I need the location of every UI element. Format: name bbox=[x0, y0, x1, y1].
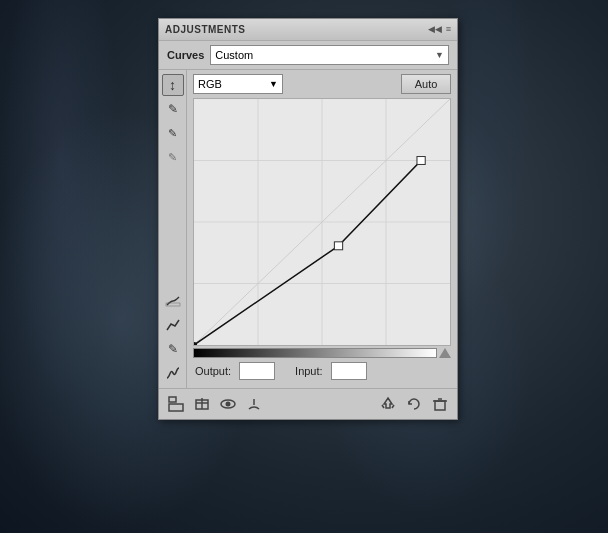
tool-smooth-btn[interactable] bbox=[162, 362, 184, 384]
auto-button[interactable]: Auto bbox=[401, 74, 451, 94]
preset-dropdown[interactable]: Custom ▼ bbox=[210, 45, 449, 65]
histogram-icon bbox=[165, 317, 181, 333]
tool-eyedropper1-btn[interactable]: ✎ bbox=[162, 98, 184, 120]
expand-icon bbox=[167, 395, 185, 413]
gradient-triangle[interactable] bbox=[439, 348, 451, 358]
titlebar-controls: ◀◀ ≡ bbox=[428, 25, 451, 34]
footer-recycle-btn[interactable] bbox=[377, 393, 399, 415]
smooth-icon bbox=[165, 365, 181, 381]
eyedropper3-icon: ✎ bbox=[168, 151, 177, 164]
footer-left bbox=[165, 393, 265, 415]
footer-visibility-btn[interactable] bbox=[243, 393, 265, 415]
footer-eyeball-btn[interactable] bbox=[217, 393, 239, 415]
eyedropper1-icon: ✎ bbox=[168, 102, 178, 116]
channel-arrow: ▼ bbox=[269, 79, 278, 89]
channel-row: RGB ▼ Auto bbox=[193, 74, 451, 94]
panel-footer bbox=[159, 388, 457, 419]
input-field[interactable] bbox=[331, 362, 367, 380]
footer-trash-btn[interactable] bbox=[429, 393, 451, 415]
panel-title: ADJUSTMENTS bbox=[165, 24, 246, 35]
tool-pencil-btn[interactable]: ✎ bbox=[162, 338, 184, 360]
preset-dropdown-arrow: ▼ bbox=[435, 50, 444, 60]
menu-icon[interactable]: ≡ bbox=[446, 25, 451, 34]
curve-container[interactable] bbox=[193, 98, 451, 346]
input-label: Input: bbox=[295, 365, 323, 377]
preset-value: Custom bbox=[215, 49, 253, 61]
curve-icon bbox=[165, 293, 181, 309]
footer-right bbox=[377, 393, 451, 415]
channel-dropdown[interactable]: RGB ▼ bbox=[193, 74, 283, 94]
visibility-icon bbox=[245, 395, 263, 413]
tool-eyedropper3-btn[interactable]: ✎ bbox=[162, 146, 184, 168]
footer-refresh-btn[interactable] bbox=[403, 393, 425, 415]
channel-label: RGB bbox=[198, 78, 222, 90]
output-label: Output: bbox=[195, 365, 231, 377]
minimize-icon[interactable]: ◀◀ bbox=[428, 25, 442, 34]
tool-histogram-btn[interactable] bbox=[162, 314, 184, 336]
svg-rect-12 bbox=[169, 404, 183, 411]
recycle-icon bbox=[379, 395, 397, 413]
svg-rect-11 bbox=[169, 397, 176, 402]
tool-select-btn[interactable]: ↕ bbox=[162, 74, 184, 96]
svg-rect-9 bbox=[417, 157, 425, 165]
svg-rect-19 bbox=[435, 401, 445, 410]
new-layer-icon bbox=[193, 395, 211, 413]
gradient-bar bbox=[193, 348, 437, 358]
output-input-row: Output: Input: bbox=[193, 358, 451, 384]
panel-titlebar: ADJUSTMENTS ◀◀ ≡ bbox=[159, 19, 457, 41]
output-field[interactable] bbox=[239, 362, 275, 380]
trash-icon bbox=[431, 395, 449, 413]
eyeball-icon bbox=[219, 395, 237, 413]
gradient-bar-row bbox=[193, 348, 451, 358]
svg-point-17 bbox=[226, 402, 231, 407]
adjustments-panel: ADJUSTMENTS ◀◀ ≡ Curves Custom ▼ ↕ ✎ ✎ ✎ bbox=[158, 18, 458, 420]
left-tools: ↕ ✎ ✎ ✎ bbox=[159, 70, 187, 388]
panel-body: ↕ ✎ ✎ ✎ bbox=[159, 70, 457, 388]
svg-rect-8 bbox=[334, 242, 342, 250]
select-icon: ↕ bbox=[169, 77, 176, 93]
curve-svg bbox=[194, 99, 450, 345]
eyedropper2-icon: ✎ bbox=[168, 127, 177, 140]
right-content: RGB ▼ Auto bbox=[187, 70, 457, 388]
footer-new-layer-btn[interactable] bbox=[191, 393, 213, 415]
tool-eyedropper2-btn[interactable]: ✎ bbox=[162, 122, 184, 144]
refresh-icon bbox=[405, 395, 423, 413]
footer-expand-btn[interactable] bbox=[165, 393, 187, 415]
curves-label: Curves bbox=[167, 49, 204, 61]
panel-header: Curves Custom ▼ bbox=[159, 41, 457, 70]
tool-curve-btn[interactable] bbox=[162, 290, 184, 312]
pencil-icon: ✎ bbox=[168, 342, 178, 356]
